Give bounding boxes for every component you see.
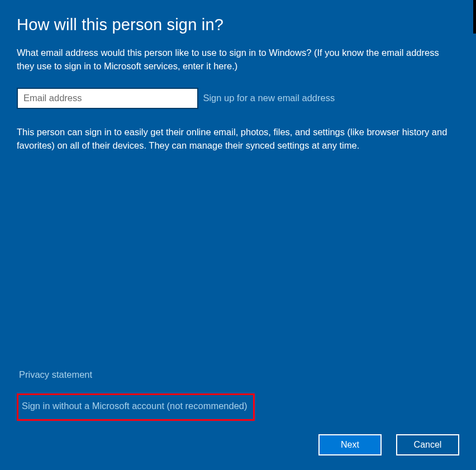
next-button[interactable]: Next [318, 434, 382, 455]
page-title: How will this person sign in? [17, 16, 459, 34]
highlight-annotation: Sign in without a Microsoft account (not… [17, 393, 255, 421]
cancel-button[interactable]: Cancel [396, 434, 459, 455]
description-text: This person can sign in to easily get th… [17, 126, 458, 153]
sign-in-without-account-link[interactable]: Sign in without a Microsoft account (not… [22, 401, 247, 411]
privacy-link[interactable]: Privacy statement [19, 369, 255, 380]
email-input[interactable] [17, 88, 198, 109]
signup-link[interactable]: Sign up for a new email address [203, 93, 335, 103]
intro-text: What email address would this person lik… [17, 46, 458, 73]
scrollbar-indicator [473, 0, 476, 34]
